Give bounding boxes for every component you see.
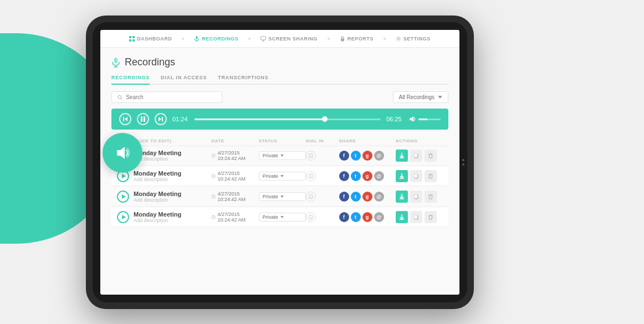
progress-fill [195,119,325,120]
share-google-3[interactable]: g [362,212,372,222]
svg-rect-3 [132,36,135,38]
trash-icon-0 [428,153,433,158]
copy-button-0[interactable] [410,150,422,162]
search-input[interactable] [126,94,216,100]
copy-icon-0 [413,153,419,158]
status-dropdown-2[interactable]: Private [259,192,306,201]
row-title-desc-2[interactable]: Add description [134,197,181,203]
nav-separator-1 [182,38,184,40]
row-actions-0 [396,150,443,162]
nav-separator-2 [248,38,251,40]
status-dropdown-0[interactable]: Private [259,151,306,160]
play-pause-button-2[interactable] [117,191,129,203]
share-email-0[interactable]: @ [374,151,384,161]
dial-icon-2[interactable] [306,192,316,202]
nav-screen-sharing[interactable]: SCREEN SHARING [260,36,318,42]
row-title-desc-3[interactable]: Add description [134,218,181,223]
dial-icon-0[interactable] [306,151,316,161]
share-email-2[interactable]: @ [374,192,384,202]
chevron-down-icon-2 [280,196,284,198]
player-forward-button[interactable] [155,113,167,125]
play-pause-button-3[interactable] [117,211,129,223]
share-google-1[interactable]: g [362,171,372,181]
volume-icon [408,116,416,122]
player-current-time: 01:24 [172,116,189,122]
row-date-2: 4/27/2015 10:24:42 AM [211,191,258,202]
share-twitter-3[interactable]: t [351,212,361,222]
share-twitter-0[interactable]: t [351,151,361,161]
svg-rect-32 [414,153,417,157]
svg-rect-9 [261,37,266,40]
svg-marker-23 [410,116,413,122]
tab-dial-in[interactable]: DIAL IN ACCESS [161,75,207,84]
nav-settings[interactable]: SETTINGS [396,36,431,42]
row-title-text-1[interactable]: Monday Meeting [134,170,181,177]
copy-button-3[interactable] [410,211,422,223]
nav-reports[interactable]: REPORTS [340,36,374,42]
delete-button-0[interactable] [425,150,437,162]
svg-rect-12 [341,38,344,41]
row-title-text-3[interactable]: Monday Meeting [134,211,181,218]
row-title-desc-1[interactable]: Add description [134,177,181,182]
player-back-button[interactable] [119,113,131,125]
svg-point-13 [397,38,400,40]
share-facebook-3[interactable]: f [339,212,349,222]
svg-line-62 [213,217,214,218]
tablet-home-button [462,159,464,166]
speaker-icon [114,144,131,162]
svg-line-18 [121,98,122,100]
player-pause-button[interactable] [137,113,149,125]
tab-recordings[interactable]: RECORDINGS [111,75,150,85]
share-twitter-2[interactable]: t [351,192,361,202]
download-button-2[interactable] [396,191,408,203]
status-dropdown-1[interactable]: Private [259,172,306,181]
row-play-icon-1 [122,174,126,178]
svg-rect-56 [414,194,417,198]
share-twitter-1[interactable]: t [351,171,361,181]
delete-button-3[interactable] [425,211,437,223]
share-google-2[interactable]: g [362,192,372,202]
nav-recordings[interactable]: RECORDINGS [194,36,238,42]
speaker-icon-circle [103,133,142,173]
row-play-icon-2 [122,194,126,199]
share-google-0[interactable]: g [362,151,372,161]
info-icon-2 [308,194,314,199]
row-actions-2 [396,191,443,203]
delete-button-2[interactable] [425,191,437,203]
search-box[interactable] [111,91,222,103]
download-icon-2 [399,194,405,199]
tablet-inner: DASHBOARD RECORDINGS [93,22,467,302]
info-icon-3 [308,214,314,220]
share-facebook-2[interactable]: f [339,192,349,202]
dial-icon-3[interactable] [306,212,316,222]
status-dropdown-3[interactable]: Private [259,213,306,222]
svg-line-50 [213,197,214,197]
delete-button-1[interactable] [425,170,437,182]
chevron-down-icon-1 [280,175,284,177]
share-email-3[interactable]: @ [374,212,384,222]
filter-dropdown[interactable]: All Recordings [393,91,448,103]
row-dialin-2 [306,192,339,202]
search-row: All Recordings [111,91,448,103]
row-title-text-2[interactable]: Monday Meeting [134,191,181,197]
svg-line-38 [213,176,214,177]
dial-icon-1[interactable] [306,171,316,181]
progress-bar[interactable] [195,119,381,120]
share-facebook-1[interactable]: f [339,171,349,181]
share-facebook-0[interactable]: f [339,151,349,161]
download-button-1[interactable] [396,170,408,182]
chevron-down-icon [438,96,442,99]
nav-dashboard[interactable]: DASHBOARD [129,36,172,42]
row-dialin-3 [306,212,339,222]
copy-button-1[interactable] [410,170,422,182]
svg-point-65 [310,215,311,216]
table-header: TITLE (CLICK TO EDIT) DATE STATUS DIAL I… [111,136,448,146]
download-button-0[interactable] [396,150,408,162]
download-button-3[interactable] [396,211,408,223]
row-actions-1 [396,170,443,182]
copy-button-2[interactable] [410,191,422,203]
tab-transcriptions[interactable]: TRANSCRIPTIONS [218,75,268,84]
share-email-1[interactable]: @ [374,171,384,181]
row-status-0: Private [259,151,306,160]
volume-bar[interactable] [418,119,441,120]
